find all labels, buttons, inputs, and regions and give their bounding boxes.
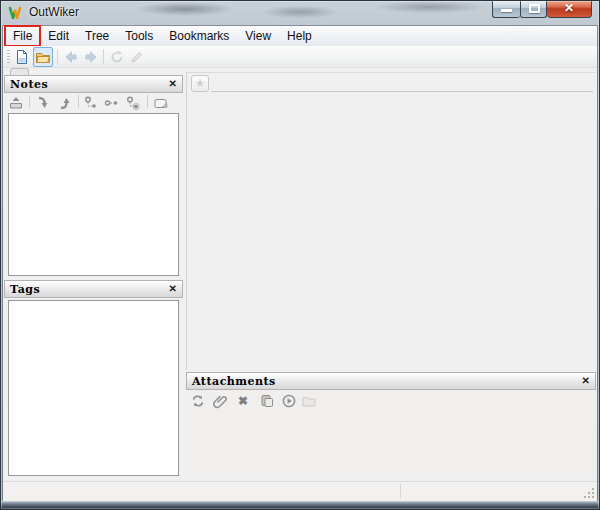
menu-help[interactable]: Help bbox=[279, 26, 320, 46]
toolbar-separator bbox=[147, 95, 148, 108]
delete-attachment-button[interactable]: ✖ bbox=[234, 392, 252, 409]
status-bar bbox=[3, 481, 597, 501]
close-button[interactable]: ✕ bbox=[547, 0, 592, 18]
reload-icon bbox=[109, 49, 125, 65]
main-toolbar bbox=[3, 46, 597, 68]
expand-siblings-button[interactable] bbox=[103, 94, 121, 111]
forward-button[interactable] bbox=[81, 47, 101, 67]
open-attachments-folder-icon bbox=[301, 393, 317, 409]
notes-caption[interactable]: Notes ✕ bbox=[4, 75, 183, 93]
collapse-tree-icon bbox=[83, 95, 99, 111]
menu-bookmarks[interactable]: Bookmarks bbox=[161, 26, 237, 46]
tags-title: Tags bbox=[10, 284, 169, 295]
notes-tree-view[interactable] bbox=[8, 113, 179, 276]
notes-title: Notes bbox=[10, 79, 169, 90]
reload-button[interactable] bbox=[107, 47, 127, 67]
paste-attachment-button[interactable] bbox=[258, 392, 276, 409]
tags-caption[interactable]: Tags ✕ bbox=[4, 280, 183, 298]
menu-file[interactable]: File bbox=[5, 26, 40, 46]
menu-tree[interactable]: Tree bbox=[77, 26, 117, 46]
delete-attachment-icon: ✖ bbox=[238, 395, 248, 407]
outwiker-app-icon[interactable] bbox=[8, 5, 24, 21]
maximize-icon bbox=[529, 4, 540, 13]
close-icon: ✕ bbox=[547, 1, 591, 15]
move-page-up-icon bbox=[57, 95, 73, 111]
goto-parent-page-icon bbox=[8, 95, 24, 111]
open-tree-icon bbox=[35, 49, 51, 65]
forward-icon bbox=[83, 49, 99, 65]
window-controls: ✕ bbox=[492, 0, 592, 18]
title-bar[interactable]: OutWiker ✕ bbox=[0, 0, 600, 26]
execute-attachment-icon bbox=[281, 393, 297, 409]
move-page-down-button[interactable] bbox=[34, 94, 52, 111]
resize-grip[interactable] bbox=[583, 487, 596, 500]
tab-row-divider bbox=[211, 91, 593, 92]
open-tree-button[interactable] bbox=[33, 47, 53, 67]
toolbar-separator bbox=[78, 95, 79, 108]
refresh-attachments-button[interactable] bbox=[189, 392, 207, 409]
page-view-pane: ★ bbox=[186, 72, 596, 370]
menu-edit[interactable]: Edit bbox=[40, 26, 77, 46]
outwiker-window: OutWiker ✕ File Edit Tree Tools Bookmark… bbox=[0, 0, 600, 510]
new-page-icon bbox=[14, 49, 30, 65]
move-page-up-button[interactable] bbox=[56, 94, 74, 111]
minimize-icon bbox=[501, 9, 512, 12]
status-separator bbox=[400, 484, 401, 499]
tree-splitter[interactable] bbox=[183, 68, 186, 481]
toolbar-separator bbox=[29, 95, 30, 108]
collapse-tree-button[interactable] bbox=[82, 94, 100, 111]
minimize-button[interactable] bbox=[492, 0, 520, 18]
bookmark-star-icon: ★ bbox=[195, 78, 205, 89]
menu-bar: File Edit Tree Tools Bookmarks View Help bbox=[3, 26, 597, 46]
toolbar-separator bbox=[57, 49, 58, 64]
rename-page-button[interactable] bbox=[152, 94, 170, 111]
attach-file-icon bbox=[213, 393, 229, 409]
expand-tree-icon bbox=[125, 95, 141, 111]
back-button[interactable] bbox=[61, 47, 81, 67]
refresh-attachments-icon bbox=[190, 393, 206, 409]
attach-file-button[interactable] bbox=[212, 392, 230, 409]
expand-tree-button[interactable] bbox=[124, 94, 142, 111]
expand-siblings-icon bbox=[104, 95, 120, 111]
attachments-panel: Attachments ✕ bbox=[186, 372, 596, 478]
window-frame-bottom bbox=[0, 501, 600, 510]
rename-page-icon bbox=[153, 95, 169, 111]
open-attachments-folder-button[interactable] bbox=[300, 392, 318, 409]
tags-close-icon[interactable]: ✕ bbox=[169, 284, 177, 294]
notes-panel: Notes ✕ bbox=[4, 75, 183, 278]
workspace: Notes ✕ bbox=[3, 68, 597, 481]
attachments-toolbar: ✖ bbox=[186, 390, 596, 411]
attachments-close-icon[interactable]: ✕ bbox=[582, 376, 590, 386]
menu-tools[interactable]: Tools bbox=[117, 26, 161, 46]
window-title: OutWiker bbox=[29, 5, 79, 19]
move-page-down-icon bbox=[35, 95, 51, 111]
notes-toolbar bbox=[4, 93, 183, 112]
paste-attachment-icon bbox=[259, 393, 275, 409]
execute-attachment-button[interactable] bbox=[280, 392, 298, 409]
maximize-button[interactable] bbox=[520, 0, 547, 18]
back-icon bbox=[63, 49, 79, 65]
client-area: File Edit Tree Tools Bookmarks View Help bbox=[3, 26, 597, 501]
goto-parent-page-button[interactable] bbox=[7, 94, 25, 111]
toolbar-separator bbox=[103, 49, 104, 64]
edit-button[interactable] bbox=[127, 47, 147, 67]
tags-list-view[interactable] bbox=[8, 300, 179, 476]
attachments-title: Attachments bbox=[192, 376, 582, 387]
notes-close-icon[interactable]: ✕ bbox=[169, 79, 177, 89]
new-page-button[interactable] bbox=[12, 47, 32, 67]
toolbar-grip[interactable] bbox=[7, 50, 10, 64]
edit-icon bbox=[129, 49, 145, 65]
menu-view[interactable]: View bbox=[237, 26, 279, 46]
right-column: ★ Attachments ✕ bbox=[186, 68, 597, 481]
left-column: Notes ✕ bbox=[3, 68, 183, 481]
attachments-list-view[interactable] bbox=[186, 411, 596, 478]
attachments-caption[interactable]: Attachments ✕ bbox=[186, 372, 596, 390]
bookmark-button[interactable]: ★ bbox=[191, 75, 209, 92]
tags-panel: Tags ✕ bbox=[4, 280, 183, 478]
